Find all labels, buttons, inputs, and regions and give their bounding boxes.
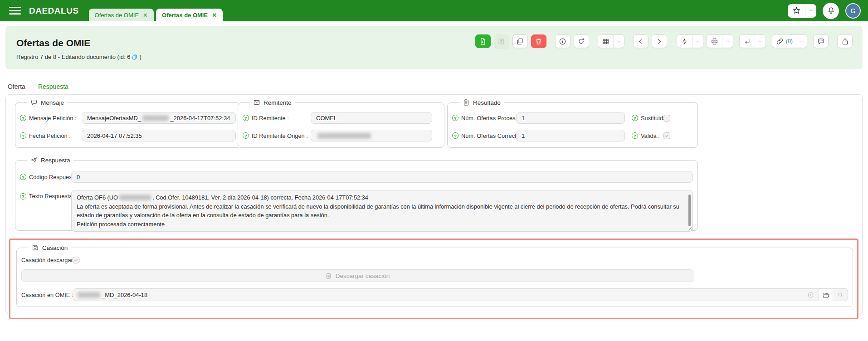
form-card: Mensaje ? Mensaje Petición : MensajeOfer… <box>5 94 863 314</box>
tab-respuesta[interactable]: Respuesta <box>37 83 70 96</box>
resize-handle[interactable] <box>687 226 692 230</box>
help-icon[interactable]: ? <box>20 115 26 121</box>
new-document-button[interactable] <box>475 34 491 48</box>
chevron-down-icon[interactable] <box>614 35 624 48</box>
send-icon <box>30 156 38 164</box>
valida-checkbox[interactable] <box>663 132 670 139</box>
file-plus-icon <box>479 38 487 45</box>
legend-text: Respuesta <box>41 157 70 164</box>
actions-split-button[interactable] <box>677 34 703 48</box>
links-button[interactable]: (0) <box>772 34 807 48</box>
button-label: Descargar casación <box>336 273 390 279</box>
help-icon[interactable]: ? <box>452 132 458 139</box>
help-icon[interactable]: ? <box>452 115 458 121</box>
goto-split-button[interactable] <box>739 34 766 48</box>
chevron-down-icon[interactable] <box>722 35 733 48</box>
floppy-icon <box>497 38 505 45</box>
field-value: 1 <box>522 115 525 122</box>
chevron-down-icon[interactable] <box>805 4 816 18</box>
id-remitente-input[interactable]: COMEL <box>311 112 432 124</box>
field-value: 0 <box>77 174 80 180</box>
field-label: Texto Respuesta : <box>29 193 75 200</box>
duplicate-button[interactable] <box>512 34 528 48</box>
num-ofertas-procesadas-input[interactable]: 1 <box>516 112 625 124</box>
message-bubble-icon <box>30 99 38 106</box>
share-button[interactable] <box>837 34 853 48</box>
descargar-casacion-button[interactable]: Descargar casación <box>21 269 693 282</box>
chevron-down-icon[interactable] <box>796 35 807 48</box>
menu-icon[interactable] <box>9 7 21 15</box>
close-icon[interactable]: ✕ <box>143 12 148 18</box>
app-header: DAEDALUS Ofertas de OMIE ✕ Ofertas de OM… <box>0 0 868 21</box>
printer-icon[interactable] <box>707 35 722 48</box>
tab-label: Oferta <box>8 83 25 94</box>
casacion-omie-input[interactable]: _MD_2026-04-18 <box>73 288 819 301</box>
close-icon[interactable]: ✕ <box>212 12 217 18</box>
delete-button[interactable] <box>531 34 546 48</box>
tab-oferta[interactable]: Oferta <box>6 83 27 96</box>
help-icon[interactable]: ? <box>632 132 638 139</box>
star-icon[interactable] <box>788 4 805 18</box>
texto-respuesta-textarea[interactable]: Oferta OF6 (UO, Cod.Ofer. 10489181, Ver.… <box>71 190 693 232</box>
search-button[interactable] <box>833 288 848 301</box>
avatar[interactable]: G <box>845 3 861 19</box>
help-icon[interactable]: ? <box>20 193 26 200</box>
help-icon[interactable]: ? <box>243 115 249 121</box>
section-mensaje-legend: Mensaje <box>27 99 67 106</box>
sustituida-checkbox[interactable] <box>663 115 670 122</box>
app-brand: DAEDALUS <box>29 6 79 16</box>
chevron-circle-icon[interactable] <box>807 292 814 298</box>
texto-respuesta-line: La oferta es aceptada de forma provision… <box>77 202 683 220</box>
id-remitente-origen-input[interactable] <box>311 130 432 141</box>
window-tab-label: Ofertas de OMIE <box>162 12 208 19</box>
link-icon[interactable]: (0) <box>772 35 796 48</box>
envelope-icon <box>253 99 260 106</box>
lightning-icon[interactable] <box>677 35 692 48</box>
share-icon <box>841 38 849 45</box>
next-record-button[interactable] <box>652 34 667 48</box>
section-remitente: Remitente ? ID Remitente : COMEL ? ID Re… <box>238 99 444 148</box>
table-view-split-button[interactable] <box>598 34 624 48</box>
redacted-text <box>142 115 169 121</box>
window-tab-active[interactable]: Ofertas de OMIE ✕ <box>156 9 223 21</box>
codigo-respuesta-input[interactable]: 0 <box>71 171 693 183</box>
chevron-down-icon[interactable] <box>692 35 703 48</box>
open-folder-button[interactable] <box>819 288 833 301</box>
field-value: COMEL <box>316 115 337 122</box>
grid-icon[interactable] <box>598 35 613 48</box>
field-value: 1 <box>522 132 525 139</box>
field-label: Fecha Petición : <box>29 132 71 139</box>
record-status: Registro 7 de 8 - Editando documento (id… <box>16 54 141 60</box>
help-icon[interactable]: ? <box>20 174 26 180</box>
previous-record-button[interactable] <box>633 34 649 48</box>
scrollbar[interactable] <box>688 195 691 226</box>
num-ofertas-correctas-input[interactable]: 1 <box>516 130 625 141</box>
comments-button[interactable] <box>813 34 829 48</box>
return-icon[interactable] <box>740 35 755 48</box>
casacion-descargada-checkbox[interactable] <box>73 257 79 263</box>
help-icon[interactable]: ? <box>243 132 249 139</box>
form-tabs: Oferta Respuesta <box>6 83 70 96</box>
section-resultado: Resultado ? Núm. Ofertas Procesadas : 1 … <box>447 99 698 148</box>
check-icon <box>664 133 669 138</box>
mensaje-peticion-input[interactable]: MensajeOfertasMD__2026-04-17T07:52:34 <box>82 112 236 124</box>
favorites-split-button[interactable] <box>788 4 816 18</box>
texto-respuesta-line: Petición procesada correctamente <box>77 220 683 229</box>
redacted-text <box>78 292 100 298</box>
refresh-button[interactable] <box>574 34 589 48</box>
print-split-button[interactable] <box>707 34 733 48</box>
record-toolbar: (0) <box>475 34 853 48</box>
section-casacion-legend: Casación <box>29 244 71 251</box>
fecha-peticion-input[interactable]: 2026-04-17 07:52:35 <box>82 130 236 141</box>
window-tab[interactable]: Ofertas de OMIE ✕ <box>89 9 154 21</box>
record-status-text: ) <box>139 54 141 60</box>
field-label: Casación descargada : <box>21 257 81 263</box>
notifications-button[interactable] <box>823 3 839 19</box>
help-icon[interactable]: ? <box>632 115 638 121</box>
section-casacion: Casación Casación descargada : Descargar… <box>16 244 853 307</box>
copy-id-icon[interactable] <box>132 54 138 60</box>
title-panel: Ofertas de OMIE Registro 7 de 8 - Editan… <box>5 26 863 69</box>
info-button[interactable] <box>555 34 571 48</box>
help-icon[interactable]: ? <box>20 132 26 139</box>
chevron-down-icon[interactable] <box>755 35 766 48</box>
